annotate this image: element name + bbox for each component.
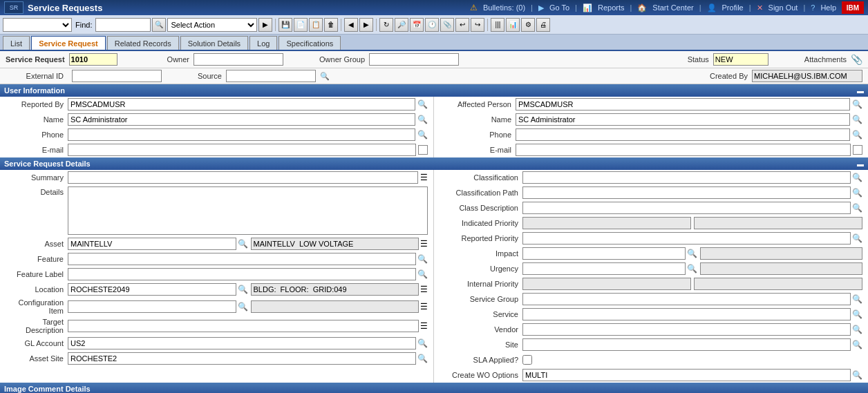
feature-field[interactable] [68,253,416,265]
redo-button[interactable]: ↪ [471,18,484,32]
collapse-user-info-icon[interactable]: ▬ [857,87,864,95]
owner-field[interactable] [194,53,283,66]
next-button[interactable]: ▶ [359,18,373,32]
classification-search-icon[interactable]: 🔍 [852,173,862,182]
source-search-icon[interactable]: 🔍 [320,72,330,81]
location-search-icon[interactable]: 🔍 [238,285,248,294]
location-field[interactable]: ROCHESTE2049 [68,283,236,296]
new-button[interactable]: 📄 [294,18,308,32]
summary-field[interactable] [68,171,418,184]
prev-button[interactable]: ◀ [344,18,358,32]
feature-search-icon[interactable]: 🔍 [417,254,428,264]
service-request-field[interactable]: 1010 [69,53,117,66]
affected-phone-field[interactable] [516,128,850,141]
owner-group-field[interactable] [369,53,459,66]
target-desc-menu-icon[interactable]: ☰ [420,321,428,331]
affected-person-search-icon[interactable]: 🔍 [852,99,862,109]
target-desc-field[interactable] [68,320,419,332]
internal-priority-field[interactable] [522,278,691,290]
source-field[interactable] [226,70,316,82]
clock-button[interactable]: 🕐 [425,18,439,32]
service-field[interactable] [522,308,851,320]
calendar-button[interactable]: 📅 [410,18,424,32]
class-desc-field[interactable] [522,202,851,214]
gl-account-search-icon[interactable]: 🔍 [417,338,428,348]
classification-field[interactable] [522,171,851,184]
impact-field[interactable] [522,247,686,260]
reported-email-field[interactable] [68,144,416,156]
location-desc-menu-icon[interactable]: ☰ [420,285,428,294]
attachment-icon[interactable]: 📎 [851,54,862,65]
sla-applied-checkbox[interactable] [522,355,532,365]
summary-menu-icon[interactable]: ☰ [420,173,428,182]
asset-field[interactable]: MAINTELLV [68,238,236,250]
urgency-search-icon[interactable]: 🔍 [687,264,697,274]
tab-list[interactable]: List [3,36,30,50]
print-button[interactable]: 🖨 [536,18,550,32]
affected-name-search-icon[interactable]: 🔍 [852,115,862,124]
attachment-button[interactable]: 📎 [440,18,454,32]
gl-account-field[interactable]: US2 [68,337,416,349]
service-group-search-icon[interactable]: 🔍 [852,294,862,304]
asset-site-field[interactable]: ROCHESTE2 [68,352,416,365]
action-go-button[interactable]: ▶ [258,18,272,32]
bulletins-link[interactable]: Bulletins: (0) [483,3,525,12]
affected-email-field[interactable] [516,144,851,156]
affected-name-field[interactable]: SC Administrator [516,113,850,126]
tab-related-records[interactable]: Related Records [107,36,179,50]
feature-label-field[interactable] [68,268,416,280]
help-link[interactable]: Help [820,3,836,12]
reported-name-field[interactable]: SC Administrator [68,113,415,126]
config-item-field[interactable] [68,300,236,313]
reported-email-checkbox[interactable] [418,145,428,155]
asset-search-icon[interactable]: 🔍 [238,239,248,249]
affected-email-checkbox[interactable] [853,145,862,155]
feature-label-search-icon[interactable]: 🔍 [417,269,428,279]
site-field[interactable] [522,338,851,351]
reported-phone-field[interactable] [68,128,415,141]
details-textarea[interactable] [68,186,428,235]
barcode-button[interactable]: ||| [491,18,504,32]
delete-button[interactable]: 🗑 [324,18,338,32]
reported-by-search-icon[interactable]: 🔍 [417,99,428,109]
class-desc-search-icon[interactable]: 🔍 [852,203,862,213]
copy-button[interactable]: 📋 [309,18,323,32]
service-group-field[interactable] [522,293,851,305]
asset-desc-menu-icon[interactable]: ☰ [420,239,428,249]
config-item-search-icon[interactable]: 🔍 [238,302,248,311]
start-center-link[interactable]: Start Center [652,3,693,12]
status-field[interactable]: NEW [713,53,768,66]
tab-log[interactable]: Log [249,36,277,50]
service-search-icon[interactable]: 🔍 [852,309,862,319]
save-button[interactable]: 💾 [279,18,292,32]
site-search-icon[interactable]: 🔍 [852,340,862,349]
asset-site-search-icon[interactable]: 🔍 [417,354,428,363]
vendor-search-icon[interactable]: 🔍 [852,325,862,334]
tab-service-request[interactable]: Service Request [31,36,106,50]
impact-search-icon[interactable]: 🔍 [687,249,697,258]
reported-name-search-icon[interactable]: 🔍 [417,115,428,124]
reported-priority-search-icon[interactable]: 🔍 [852,233,862,243]
refresh-button[interactable]: ↻ [379,18,393,32]
tab-solution-details[interactable]: Solution Details [180,36,248,50]
report-button[interactable]: 📊 [506,18,520,32]
reported-phone-search-icon[interactable]: 🔍 [417,130,428,140]
select-action-dropdown[interactable]: Select Action [167,18,257,32]
profile-link[interactable]: Profile [722,3,744,12]
indicated-priority-field[interactable] [522,217,691,229]
external-id-field[interactable] [72,70,162,82]
collapse-sr-details-icon[interactable]: ▬ [857,160,864,168]
workflow-button[interactable]: ⚙ [521,18,535,32]
reports-link[interactable]: Reports [598,3,625,12]
reported-priority-field[interactable] [522,232,851,245]
urgency-field[interactable] [522,262,686,275]
record-nav-select[interactable] [3,18,72,32]
create-wo-search-icon[interactable]: 🔍 [852,370,862,380]
find-input[interactable] [95,18,151,32]
affected-phone-search-icon[interactable]: 🔍 [852,130,862,140]
goto-link[interactable]: Go To [549,3,569,12]
config-item-menu-icon[interactable]: ☰ [420,302,428,311]
vendor-field[interactable] [522,323,851,336]
find-button[interactable]: 🔍 [152,18,166,32]
tab-specifications[interactable]: Specifications [279,36,341,50]
